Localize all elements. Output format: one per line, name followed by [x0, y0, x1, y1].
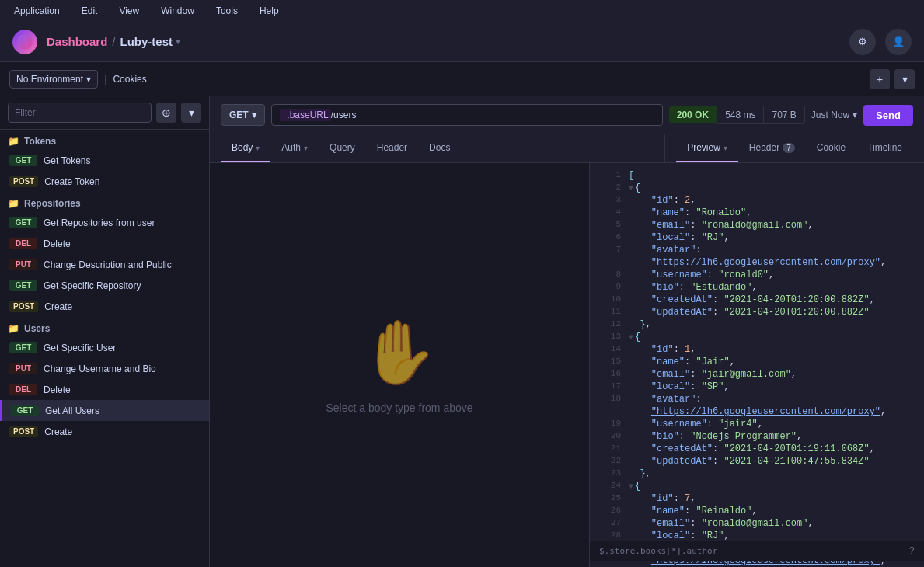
collapse-arrow[interactable]: ▼: [629, 482, 633, 491]
status-code: 200 OK: [669, 106, 717, 123]
endpoint-label: Change Username and Bio: [44, 364, 156, 374]
settings-button[interactable]: ⚙: [849, 29, 876, 55]
list-item[interactable]: GET Get Specific User: [0, 337, 209, 358]
status-size: 707 B: [764, 106, 804, 124]
menu-window[interactable]: Window: [156, 4, 199, 18]
list-item[interactable]: PUT Change Username and Bio: [0, 358, 209, 379]
cookies-button[interactable]: Cookies: [113, 74, 146, 85]
json-line: 23 },: [590, 468, 924, 480]
tab-query[interactable]: Query: [319, 134, 366, 162]
menu-view[interactable]: View: [114, 4, 144, 18]
topbar-actions: ⚙ 👤: [849, 29, 912, 55]
list-item[interactable]: POST Create: [0, 296, 209, 317]
method-badge-get: GET: [9, 280, 37, 291]
request-tabs: Body ▾ Auth ▾ Query Header Docs: [221, 134, 664, 162]
body-tab-arrow[interactable]: ▾: [256, 144, 260, 152]
tab-auth[interactable]: Auth ▾: [270, 134, 319, 162]
app-logo: [12, 30, 37, 54]
method-badge-del: DEL: [9, 238, 37, 249]
timestamp-arrow[interactable]: ▾: [853, 110, 857, 120]
add-collection-button[interactable]: +: [870, 69, 890, 89]
method-badge-post: POST: [9, 176, 38, 187]
json-line: 21 "createdAt": "2021-04-20T01:19:11.068…: [590, 443, 924, 455]
endpoint-label: Delete: [44, 384, 71, 395]
avatar-link-2[interactable]: "https://lh6.googleusercontent.com/proxy…: [651, 406, 880, 417]
sidebar-more-button[interactable]: ▾: [181, 103, 201, 123]
json-line: 26 "name": "Reinaldo",: [590, 505, 924, 517]
json-line: 20 "bio": "Nodejs Programmer",: [590, 430, 924, 443]
menu-edit[interactable]: Edit: [77, 4, 103, 18]
list-item[interactable]: PUT Change Description and Public: [0, 254, 209, 275]
app-logo-inner: [17, 34, 33, 50]
section-tokens[interactable]: 📁 Tokens: [0, 130, 209, 150]
collapse-arrow[interactable]: ▼: [629, 333, 633, 342]
section-repositories[interactable]: 📁 Repositories: [0, 192, 209, 212]
method-badge-post: POST: [9, 301, 38, 312]
env-actions: + ▾: [870, 69, 915, 89]
json-line: 27 "email": "ronaldo@gmail.com",: [590, 517, 924, 530]
list-item[interactable]: GET Get Repositories from user: [0, 212, 209, 233]
json-line: 12 },: [590, 318, 924, 331]
menu-help[interactable]: Help: [255, 4, 284, 18]
tab-header[interactable]: Header: [366, 134, 418, 162]
folder-icon: 📁: [8, 323, 19, 334]
send-button[interactable]: Send: [863, 105, 913, 126]
list-item[interactable]: DEL Delete: [0, 379, 209, 400]
json-line: 17 "local": "SP",: [590, 381, 924, 393]
json-line: 22 "updatedAt": "2021-04-21T00:47:55.834…: [590, 455, 924, 468]
json-line: "https://lh6.googleusercontent.com/proxy…: [590, 405, 924, 418]
response-pane: 1 [ 2 ▼{ 3 "id": 2, 4 "name": "Ronaldo",: [590, 163, 924, 567]
json-line: 4 "name": "Ronaldo",: [590, 207, 924, 219]
method-select[interactable]: GET ▾: [221, 104, 265, 126]
list-item[interactable]: POST Create Token: [0, 171, 209, 192]
list-item[interactable]: GET Get Tokens: [0, 150, 209, 171]
url-input[interactable]: _.baseURL/users: [271, 104, 663, 126]
menu-tools[interactable]: Tools: [211, 4, 242, 18]
env-separator: |: [104, 73, 106, 85]
folder-icon: 📁: [8, 136, 19, 147]
breadcrumb-dashboard[interactable]: Dashboard: [47, 35, 107, 48]
help-icon[interactable]: ?: [909, 546, 915, 557]
filter-input[interactable]: [8, 103, 152, 123]
account-button[interactable]: 👤: [885, 29, 912, 55]
endpoint-label: Change Description and Public: [44, 259, 172, 270]
list-item-active[interactable]: GET Get All Users: [0, 400, 209, 421]
environment-select[interactable]: No Environment ▾: [9, 70, 98, 89]
list-item[interactable]: DEL Delete: [0, 233, 209, 254]
menu-application[interactable]: Application: [9, 4, 65, 18]
environment-bar: No Environment ▾ | Cookies + ▾: [0, 62, 924, 96]
endpoint-label: Get Specific Repository: [44, 280, 141, 291]
json-line: 24 ▼{: [590, 480, 924, 492]
json-line: 16 "email": "jair@gmail.com",: [590, 368, 924, 381]
tab-timeline[interactable]: Timeline: [856, 134, 913, 162]
tab-docs[interactable]: Docs: [418, 134, 461, 162]
auth-tab-arrow[interactable]: ▾: [304, 144, 308, 152]
json-line: 2 ▼{: [590, 182, 924, 194]
method-badge-post: POST: [9, 426, 38, 437]
list-item[interactable]: GET Get Specific Repository: [0, 275, 209, 296]
collapse-arrow[interactable]: ▼: [629, 184, 633, 193]
tab-cookie[interactable]: Cookie: [806, 134, 856, 162]
method-badge-put: PUT: [9, 363, 37, 374]
breadcrumb-dropdown-arrow[interactable]: ▾: [176, 37, 180, 47]
section-users[interactable]: 📁 Users: [0, 317, 209, 337]
preview-tab-arrow[interactable]: ▾: [724, 144, 727, 152]
endpoint-label: Create Token: [44, 176, 99, 187]
tab-preview[interactable]: Preview ▾: [676, 134, 738, 162]
json-line: 15 "name": "Jair",: [590, 356, 924, 368]
json-line: "https://lh6.googleusercontent.com/proxy…: [590, 256, 924, 269]
method-badge-get: GET: [9, 155, 37, 166]
tab-body[interactable]: Body ▾: [221, 134, 270, 162]
breadcrumb-current-project[interactable]: Luby-test ▾: [120, 35, 181, 48]
avatar-link[interactable]: "https://lh6.googleusercontent.com/proxy…: [651, 257, 880, 268]
endpoint-label: Get Repositories from user: [44, 217, 155, 228]
endpoint-label: Get All Users: [45, 405, 99, 416]
topbar: Dashboard / Luby-test ▾ ⚙ 👤: [0, 22, 924, 62]
more-options-button[interactable]: ▾: [894, 69, 915, 89]
tab-response-header[interactable]: Header 7: [738, 134, 806, 162]
list-item[interactable]: POST Create: [0, 421, 209, 442]
method-badge-get: GET: [9, 342, 37, 353]
json-line: 6 "local": "RJ",: [590, 231, 924, 244]
breadcrumb-separator: /: [112, 35, 115, 48]
sidebar-add-button[interactable]: ⊕: [156, 103, 176, 123]
